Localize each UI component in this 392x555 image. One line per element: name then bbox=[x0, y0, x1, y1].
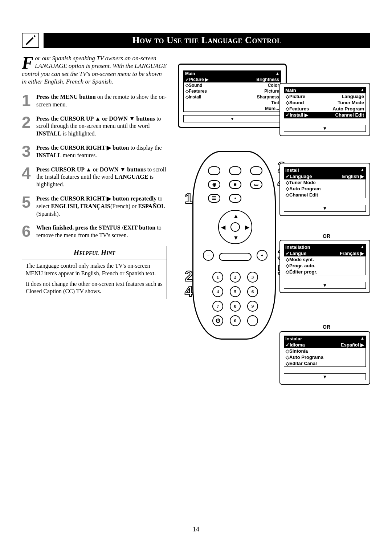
page-title: How to Use the Language Control bbox=[44, 33, 370, 48]
cursor-pad: ▲ ▼ ◀ ▶ bbox=[218, 210, 252, 244]
osd-footer: ▼ bbox=[183, 115, 281, 122]
menu-card-install-english: Install▲ ✓LanguageEnglish ▶◇Tuner Mode◇A… bbox=[279, 163, 370, 216]
keypad-3: 3 bbox=[247, 272, 258, 283]
remote-button: • bbox=[229, 194, 241, 203]
or-label-2: OR bbox=[323, 324, 330, 330]
osd-header: Main bbox=[185, 71, 195, 76]
step: 4Press CURSOR UP ▲ or DOWN ▼ buttons to … bbox=[22, 166, 167, 189]
menu-card-install-french: Installation▲ ✓LangueFrançais ▶◇Mode syn… bbox=[279, 240, 370, 293]
intro-text: or our Spanish speaking TV owners an on-… bbox=[22, 55, 167, 85]
step: 5Press the CURSOR RIGHT ▶ button repeate… bbox=[22, 195, 167, 218]
menu-row: ◇Sintonía bbox=[284, 348, 366, 354]
step: 2Press the CURSOR UP ▲ or DOWN ▼ buttons… bbox=[22, 115, 167, 138]
step: 3Press the CURSOR RIGHT ▶ button to disp… bbox=[22, 144, 167, 159]
remote-button: ▭ bbox=[250, 180, 262, 189]
menu-row: ◇PictureLanguage bbox=[284, 93, 366, 100]
step-text: Press the MENU button on the remote to s… bbox=[36, 93, 167, 109]
menu-row: ◇SoundTuner Mode bbox=[284, 100, 366, 106]
keypad-5: 5 bbox=[230, 286, 241, 297]
dropcap: F bbox=[22, 56, 33, 70]
page-header: How to Use the Language Control bbox=[22, 33, 370, 48]
ok-button bbox=[230, 222, 240, 232]
vol-down-button: − bbox=[203, 250, 214, 261]
menu-row: ◇Éditer progr. bbox=[284, 269, 366, 275]
menu-row: ◇FeaturesAuto Program bbox=[284, 106, 366, 112]
step-number: 2 bbox=[22, 115, 36, 138]
osd-row: ◇FeaturesPicture bbox=[184, 88, 281, 94]
osd-row: ◇SoundColor bbox=[184, 82, 281, 88]
helpful-hint-box: Helpful Hint The Language control only m… bbox=[22, 246, 167, 299]
remote-button bbox=[229, 166, 241, 175]
step-number: 1 bbox=[22, 93, 36, 109]
page-number: 14 bbox=[0, 526, 392, 533]
menu-row: ◇Tuner Mode bbox=[284, 179, 366, 186]
step: 1Press the MENU button on the remote to … bbox=[22, 93, 167, 109]
mc-header: Main bbox=[285, 88, 296, 93]
mc-header: Instalar bbox=[285, 336, 302, 341]
keypad-1: 1 bbox=[212, 272, 223, 283]
callout-4-left: 4 bbox=[185, 283, 193, 300]
keypad-6: 6 bbox=[247, 286, 258, 297]
step-number: 4 bbox=[22, 166, 36, 189]
menu-row: ◇Progr. auto. bbox=[284, 263, 366, 269]
menu-button: ☰ bbox=[208, 194, 220, 203]
menu-row: ◇Mode synt. bbox=[284, 256, 366, 263]
step-text: When finished, press the STATUS /EXIT bu… bbox=[36, 224, 167, 239]
osd-row: ✓Picture ▶Brightness bbox=[184, 77, 281, 82]
keypad-blank bbox=[247, 315, 258, 326]
osd-row: More... bbox=[184, 106, 281, 112]
menu-row: ◇Channel Edit bbox=[284, 192, 366, 198]
step-number: 6 bbox=[22, 224, 36, 239]
remote-button: ■ bbox=[229, 180, 241, 189]
menu-row: ✓Install ▶Channel Edit bbox=[284, 112, 366, 118]
step-text: Press CURSOR UP ▲ or DOWN ▼ buttons to s… bbox=[36, 166, 167, 189]
keypad-8: 8 bbox=[230, 301, 241, 312]
menu-row: ✓LangueFrançais ▶ bbox=[284, 250, 366, 256]
keypad-7: 7 bbox=[212, 301, 223, 312]
menu-row: ✓IdiomaEspañol ▶ bbox=[284, 342, 366, 348]
mc-header: Installation bbox=[285, 244, 310, 250]
menu-row: ◇Auto Programa bbox=[284, 354, 366, 360]
step-text: Press the CURSOR UP ▲ or DOWN ▼ buttons … bbox=[36, 115, 167, 138]
keypad-power: ⏻ bbox=[212, 315, 223, 326]
remote-bar bbox=[219, 253, 252, 261]
callout-1: 1 bbox=[185, 190, 193, 207]
menu-card-main-install: Main▲ ◇PictureLanguage◇SoundTuner Mode◇F… bbox=[279, 83, 370, 136]
hint-paragraph-2: It does not change the other on-screen t… bbox=[26, 280, 163, 296]
step-number: 5 bbox=[22, 195, 36, 218]
remote-button: ◉ bbox=[208, 180, 220, 189]
remote-button bbox=[250, 166, 262, 175]
mc-header: Install bbox=[285, 167, 299, 173]
hint-paragraph-1: The Language control only makes the TV's… bbox=[26, 262, 163, 278]
step-number: 3 bbox=[22, 144, 36, 159]
instructions-column: For our Spanish speaking TV owners an on… bbox=[22, 54, 167, 299]
step-text: Press the CURSOR RIGHT ▶ button to displ… bbox=[36, 144, 167, 159]
menu-row: ✓LanguageEnglish ▶ bbox=[284, 173, 366, 179]
menu-card-install-spanish: Instalar▲ ✓IdiomaEspañol ▶◇Sintonía◇Auto… bbox=[279, 331, 370, 385]
menu-row: ◇Auto Program bbox=[284, 186, 366, 192]
callout-2-left: 2 bbox=[185, 268, 193, 284]
step: 6When finished, press the STATUS /EXIT b… bbox=[22, 224, 167, 239]
osd-row: ◇InstallSharpness bbox=[184, 94, 281, 100]
vol-up-button: + bbox=[257, 250, 268, 261]
keypad-2: 2 bbox=[230, 272, 241, 283]
intro-paragraph: For our Spanish speaking TV owners an on… bbox=[22, 54, 167, 85]
menu-row: ◇Editar Canal bbox=[284, 360, 366, 367]
keypad-0: 0 bbox=[230, 315, 241, 326]
hint-title: Helpful Hint bbox=[22, 246, 167, 259]
pencil-icon bbox=[22, 33, 39, 48]
keypad-4: 4 bbox=[212, 286, 223, 297]
keypad-9: 9 bbox=[247, 301, 258, 312]
or-label-1: OR bbox=[323, 233, 330, 239]
illustration-column: Main▲ ✓Picture ▶Brightness◇SoundColor◇Fe… bbox=[178, 54, 370, 299]
tv-illustration: Main▲ ✓Picture ▶Brightness◇SoundColor◇Fe… bbox=[178, 64, 294, 128]
remote-button bbox=[208, 166, 220, 175]
osd-row: Tint bbox=[184, 100, 281, 106]
step-text: Press the CURSOR RIGHT ▶ button repeated… bbox=[36, 195, 167, 218]
remote-illustration: ◉ ■ ▭ ☰ • ▲ ▼ ◀ ▶ − + 1 bbox=[192, 151, 276, 340]
